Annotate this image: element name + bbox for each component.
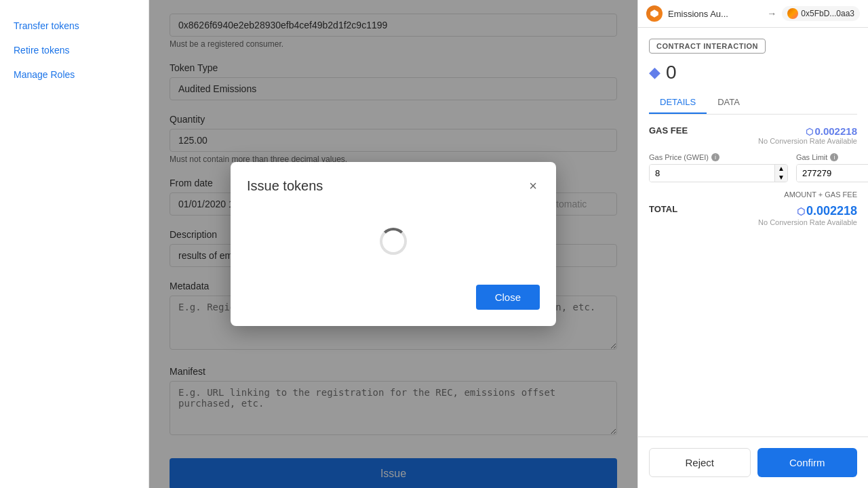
modal-close-button[interactable]: Close: [476, 285, 540, 310]
total-conversion: No Conversion Rate Available: [758, 218, 857, 226]
amount-fee-label: AMOUNT + GAS FEE: [649, 190, 857, 199]
gas-price-field: Gas Price (GWEI) i ▲ ▼: [649, 153, 788, 182]
gas-limit-input-wrap: ▲ ▼: [796, 164, 868, 182]
metamask-footer: Reject Confirm: [638, 436, 868, 488]
address-avatar-icon: [787, 8, 798, 19]
gas-limit-info-icon: i: [830, 153, 838, 161]
gas-price-up-button[interactable]: ▲: [775, 165, 787, 174]
sidebar-item-manage-roles[interactable]: Manage Roles: [0, 62, 149, 87]
metamask-address-badge: 0x5FbD...0aa3: [782, 6, 860, 21]
contract-interaction-badge: CONTRACT INTERACTION: [649, 39, 766, 54]
reject-button[interactable]: Reject: [649, 448, 751, 477]
metamask-address: 0x5FbD...0aa3: [801, 9, 854, 18]
arrow-icon: →: [767, 8, 776, 19]
gas-limit-input[interactable]: [797, 165, 868, 182]
main-content: 0x8626f6940e2eb28930efb4cef49b2d1f2c9c11…: [149, 0, 637, 488]
gas-fee-value: 0.002218 No Conversion Rate Available: [758, 125, 857, 145]
gas-inputs-row: Gas Price (GWEI) i ▲ ▼ Gas Limit i: [649, 153, 857, 182]
total-eth: 0.002218: [758, 204, 857, 218]
ethereum-icon: ◆: [649, 64, 660, 81]
modal-overlay: Issue tokens × Close: [149, 0, 637, 488]
modal-close-x-button[interactable]: ×: [526, 178, 540, 194]
tab-data[interactable]: DATA: [707, 92, 751, 114]
gas-fee-conversion: No Conversion Rate Available: [758, 137, 857, 145]
metamask-header: Emissions Au... → 0x5FbD...0aa3: [638, 0, 868, 28]
gas-limit-field: Gas Limit i ▲ ▼: [796, 153, 868, 182]
modal-body: [247, 214, 540, 268]
eth-amount-display: ◆ 0: [649, 62, 857, 83]
gas-fee-label: GAS FEE: [649, 125, 688, 136]
metamask-site-name: Emissions Au...: [668, 9, 762, 19]
gas-fee-row: GAS FEE 0.002218 No Conversion Rate Avai…: [649, 125, 857, 145]
modal-title: Issue tokens: [247, 178, 323, 194]
confirm-button[interactable]: Confirm: [757, 448, 858, 477]
total-label: TOTAL: [649, 204, 677, 214]
gas-fee-eth: 0.002218: [758, 125, 857, 137]
eth-value: 0: [666, 62, 677, 83]
gas-price-info-icon: i: [711, 153, 719, 161]
issue-tokens-modal: Issue tokens × Close: [231, 162, 556, 326]
modal-footer: Close: [247, 285, 540, 310]
gas-price-down-button[interactable]: ▼: [775, 174, 787, 182]
gas-limit-label: Gas Limit i: [796, 153, 868, 161]
gas-price-stepper: ▲ ▼: [774, 165, 787, 182]
gas-price-label: Gas Price (GWEI) i: [649, 153, 788, 161]
sidebar: Transfer tokens Retire tokens Manage Rol…: [0, 0, 149, 488]
tab-details[interactable]: DETAILS: [649, 92, 707, 114]
metamask-body: CONTRACT INTERACTION ◆ 0 DETAILS DATA GA…: [638, 28, 868, 436]
metamask-panel: Emissions Au... → 0x5FbD...0aa3 CONTRACT…: [637, 0, 868, 488]
total-value: 0.002218 No Conversion Rate Available: [758, 204, 857, 226]
gas-price-input[interactable]: [650, 165, 774, 182]
gas-price-input-wrap: ▲ ▼: [649, 164, 788, 182]
sidebar-item-retire-tokens[interactable]: Retire tokens: [0, 38, 149, 62]
total-row: TOTAL 0.002218 No Conversion Rate Availa…: [649, 204, 857, 226]
metamask-logo-icon: [646, 5, 663, 22]
svg-marker-0: [650, 9, 658, 18]
metamask-tabs: DETAILS DATA: [649, 92, 857, 115]
sidebar-item-transfer-tokens[interactable]: Transfer tokens: [0, 14, 149, 38]
loading-spinner: [380, 228, 407, 255]
modal-header: Issue tokens ×: [247, 178, 540, 194]
